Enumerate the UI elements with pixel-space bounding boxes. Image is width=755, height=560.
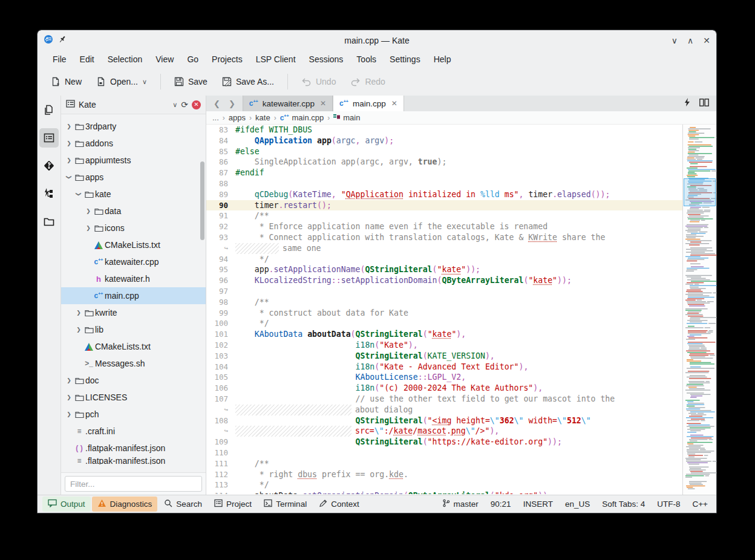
tree-item-pch[interactable]: ❯pch	[61, 406, 206, 423]
code-line-wrap[interactable]: ↪src=\":/kate/mascot.png\"/>"),	[206, 426, 682, 437]
tree-item-messages.sh[interactable]: >_Messages.sh	[61, 355, 206, 372]
expander-chevron-icon[interactable]: ❯	[65, 377, 73, 383]
breadcrumb-apps[interactable]: apps	[229, 113, 246, 122]
expander-chevron-icon[interactable]: ❯	[65, 123, 73, 129]
tree-item-3rdparty[interactable]: ❯3rdparty	[61, 118, 206, 135]
close-project-icon[interactable]: ✕	[192, 100, 201, 109]
statusbar-context-button[interactable]: Context	[313, 497, 365, 512]
tree-item-katewaiter.h[interactable]: hkatewaiter.h	[61, 270, 206, 287]
menu-tools[interactable]: Tools	[350, 52, 383, 67]
code-line-109[interactable]: 109 QStringLiteral("https://kate-editor.…	[206, 437, 682, 448]
maximize-button[interactable]: ∧	[687, 36, 693, 45]
code-line-94[interactable]: 94 */	[206, 254, 682, 265]
tab-close-icon[interactable]: ✕	[391, 99, 397, 108]
code-view[interactable]: 83#ifdef WITH_DBUS84 QApplication app(ar…	[206, 125, 682, 495]
code-line-99[interactable]: 99 * construct about data for Kate	[206, 308, 682, 319]
tree-item-katewaiter.cpp[interactable]: c++katewaiter.cpp	[61, 253, 206, 270]
menu-lsp-client[interactable]: LSP Client	[249, 52, 302, 67]
statusbar-c++[interactable]: C++	[692, 500, 708, 509]
expander-chevron-icon[interactable]: ❯	[65, 394, 73, 400]
code-line-wrap[interactable]: ↪about dialog	[206, 405, 682, 415]
code-line-97[interactable]: 97	[206, 286, 682, 297]
open-dropdown-chevron-icon[interactable]: ∨	[142, 78, 147, 86]
code-line-83[interactable]: 83#ifdef WITH_DBUS	[206, 125, 682, 135]
project-selector-chevron-icon[interactable]: ∨	[172, 101, 177, 109]
menu-selection[interactable]: Selection	[101, 52, 149, 67]
code-line-102[interactable]: 102 i18n("Kate"),	[206, 340, 682, 351]
redo-button[interactable]: Redo	[344, 73, 391, 91]
statusbar-90-21[interactable]: 90:21	[491, 500, 511, 509]
save-button[interactable]: Save	[168, 73, 214, 91]
code-line-110[interactable]: 110	[206, 448, 682, 458]
code-line-101[interactable]: 101 KAboutData aboutData(QStringLiteral(…	[206, 329, 682, 340]
code-line-88[interactable]: 88	[206, 178, 682, 189]
code-line-98[interactable]: 98 /**	[206, 297, 682, 308]
code-line-95[interactable]: 95 app.setApplicationName(QStringLiteral…	[206, 264, 682, 275]
tab-close-icon[interactable]: ✕	[320, 99, 326, 108]
code-line-112[interactable]: 112 * right dbus prefix == org.kde.	[206, 469, 682, 480]
code-line-96[interactable]: 96 KLocalizedString::setApplicationDomai…	[206, 275, 682, 286]
statusbar-output-button[interactable]: Output	[42, 497, 91, 512]
tree-item-addons[interactable]: ❯addons	[61, 135, 206, 152]
forward-icon[interactable]: ❯	[229, 99, 235, 108]
code-line-91[interactable]: 91 /**	[206, 210, 682, 221]
menu-help[interactable]: Help	[427, 52, 458, 67]
expander-chevron-icon[interactable]: ❯	[76, 190, 82, 198]
code-line-93[interactable]: 93 * Connect application with translatio…	[206, 232, 682, 243]
code-line-90[interactable]: 90 timer.restart();	[206, 200, 682, 211]
tree-item-appiumtests[interactable]: ❯appiumtests	[61, 152, 206, 169]
code-line-86[interactable]: 86 SingleApplication app(argc, argv, tru…	[206, 157, 682, 168]
code-line-wrap[interactable]: ↪same one	[206, 243, 682, 254]
menu-sessions[interactable]: Sessions	[302, 52, 350, 67]
minimap[interactable]	[682, 125, 716, 495]
code-line-113[interactable]: 113 */	[206, 480, 682, 490]
breadcrumb-main.cpp[interactable]: c++main.cpp	[280, 113, 324, 122]
code-line-106[interactable]: 106 i18n("(c) 2000-2024 The Kate Authors…	[206, 383, 682, 394]
minimap-viewport[interactable]	[684, 178, 716, 206]
expander-chevron-icon[interactable]: ❯	[65, 140, 73, 146]
code-line-108[interactable]: 108 QStringLiteral("<img height=\"362\" …	[206, 415, 682, 426]
menu-projects[interactable]: Projects	[205, 52, 249, 67]
menu-edit[interactable]: Edit	[73, 52, 101, 67]
breadcrumb-kate[interactable]: kate	[255, 113, 270, 122]
breadcrumb-main[interactable]: main	[333, 113, 360, 122]
statusbar-en-us[interactable]: en_US	[565, 500, 590, 509]
expander-chevron-icon[interactable]: ❯	[66, 173, 72, 181]
tab-main.cpp[interactable]: c++main.cpp✕	[333, 96, 404, 111]
tree-item-apps[interactable]: ❯apps	[61, 169, 206, 186]
tree-item-cmakelists.txt[interactable]: CMakeLists.txt	[61, 236, 206, 253]
sidebar-tool-filesystem-icon[interactable]	[39, 212, 59, 231]
expander-chevron-icon[interactable]: ❯	[65, 411, 73, 417]
tree-item-data[interactable]: ❯data	[61, 203, 206, 220]
tree-item-cmakelists.txt[interactable]: CMakeLists.txt	[61, 338, 206, 355]
statusbar-search-button[interactable]: Search	[159, 497, 208, 512]
sidebar-tool-documents-icon[interactable]	[39, 100, 59, 120]
tree-item-kate[interactable]: ❯kate	[61, 186, 206, 203]
expander-chevron-icon[interactable]: ❯	[74, 310, 83, 316]
statusbar-utf-8[interactable]: UTF-8	[657, 500, 680, 509]
code-line-107[interactable]: 107 // use the other text field to get o…	[206, 394, 682, 405]
code-line-92[interactable]: 92 * Enforce application name even if th…	[206, 221, 682, 232]
statusbar-insert[interactable]: INSERT	[523, 500, 553, 509]
sidebar-tool-projects-icon[interactable]	[39, 128, 59, 148]
sidebar-tool-symbols-icon[interactable]	[39, 184, 59, 203]
code-line-85[interactable]: 85#else	[206, 146, 682, 157]
save-as-button[interactable]: Save As...	[216, 73, 280, 91]
menu-settings[interactable]: Settings	[383, 52, 427, 67]
code-line-111[interactable]: 111 /**	[206, 458, 682, 469]
tree-scrollbar[interactable]	[200, 161, 204, 240]
tree-item-.craft.ini[interactable]: ≡.craft.ini	[61, 423, 206, 440]
code-line-114[interactable]: 114 aboutData.setOrganizationDomain(QByt…	[206, 490, 682, 494]
tree-item-.flatpak-manifest.json[interactable]: ( ).flatpak-manifest.json	[61, 440, 206, 457]
close-button[interactable]: ✕	[703, 36, 710, 45]
tree-item-main.cpp[interactable]: c++main.cpp	[61, 287, 206, 304]
statusbar-diagnostics-button[interactable]: Diagnostics	[92, 497, 158, 512]
minimize-button[interactable]: ∨	[672, 36, 678, 45]
statusbar-soft-tabs-4[interactable]: Soft Tabs: 4	[602, 500, 645, 509]
reload-project-icon[interactable]: ⟳	[181, 100, 188, 109]
code-line-100[interactable]: 100 */	[206, 318, 682, 329]
quick-open-icon[interactable]	[684, 98, 691, 109]
open-button[interactable]: Open...∨	[90, 73, 153, 91]
code-line-84[interactable]: 84 QApplication app(argc, argv);	[206, 135, 682, 146]
code-line-103[interactable]: 103 QStringLiteral(KATE_VERSION),	[206, 351, 682, 362]
